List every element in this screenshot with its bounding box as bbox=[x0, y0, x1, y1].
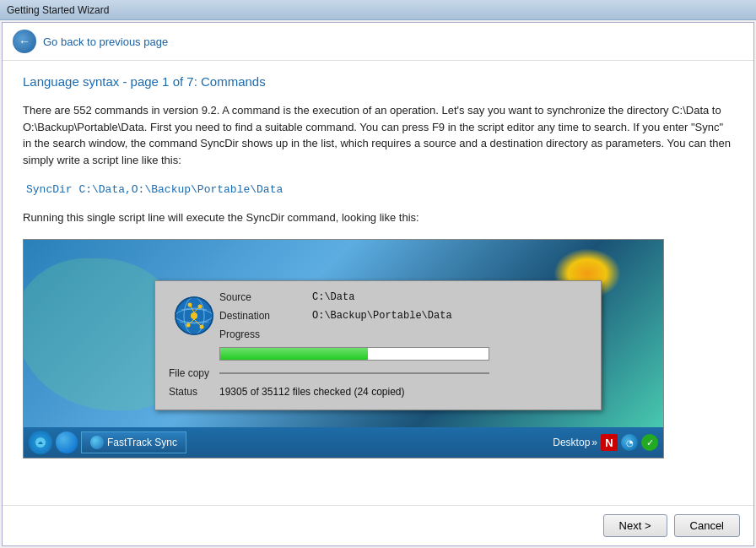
fasttrack-taskbar-button[interactable]: FastTrack Sync bbox=[81, 431, 186, 453]
notepad-icon: N bbox=[601, 434, 618, 451]
screenshot-container: Source C:\Data Destination O:\Backup\Por… bbox=[23, 239, 664, 458]
svg-point-10 bbox=[198, 305, 202, 309]
back-nav[interactable]: ← Go back to previous page bbox=[3, 23, 753, 61]
svg-point-9 bbox=[188, 303, 192, 307]
title-bar: Getting Started Wizard bbox=[0, 0, 756, 20]
dialog-globe-icon bbox=[169, 295, 219, 337]
fasttrack-label: FastTrack Sync bbox=[107, 437, 177, 448]
progress-bar-fill bbox=[220, 348, 368, 360]
system-tray: N ◔ ✓ bbox=[601, 434, 658, 451]
title-bar-label: Getting Started Wizard bbox=[7, 4, 109, 16]
check-icon: ✓ bbox=[641, 434, 658, 451]
svg-point-4 bbox=[191, 312, 197, 319]
destination-value: O:\Backup\Portable\Data bbox=[312, 310, 587, 322]
code-example: SyncDir C:\Data,O:\Backup\Portable\Data bbox=[23, 183, 733, 196]
file-copy-bar-container bbox=[219, 372, 489, 374]
progress-bar bbox=[219, 347, 489, 361]
progress-bar-container bbox=[219, 347, 489, 361]
status-value: 19305 of 35112 files checked (24 copied) bbox=[219, 386, 587, 398]
ie-icon[interactable] bbox=[56, 431, 78, 453]
content-area: Language syntax - page 1 of 7: Commands … bbox=[3, 61, 753, 505]
next-button[interactable]: Next > bbox=[603, 514, 667, 537]
svg-point-11 bbox=[186, 323, 191, 328]
taskbar: FastTrack Sync Desktop » N ◔ ✓ bbox=[24, 427, 663, 458]
file-copy-bar bbox=[219, 372, 489, 374]
main-window: ← Go back to previous page Language synt… bbox=[2, 22, 754, 546]
status-label: Status bbox=[169, 386, 219, 398]
svg-point-12 bbox=[200, 325, 204, 329]
progress-label: Progress bbox=[219, 328, 312, 340]
dialog-grid: Source C:\Data Destination O:\Backup\Por… bbox=[169, 291, 587, 398]
back-arrow-icon: ← bbox=[13, 30, 36, 53]
bottom-bar: Next > Cancel bbox=[3, 505, 753, 545]
source-value: C:\Data bbox=[312, 291, 587, 303]
back-label: Go back to previous page bbox=[43, 35, 168, 48]
file-copy-label: File copy bbox=[169, 367, 219, 379]
running-text: Running this single script line will exe… bbox=[23, 211, 733, 224]
description-text: There are 552 commands in version 9.2. A… bbox=[23, 102, 733, 168]
start-button[interactable] bbox=[29, 431, 52, 454]
desktop-label: Desktop » bbox=[553, 437, 597, 448]
wifi-icon: ◔ bbox=[621, 434, 638, 451]
destination-label: Destination bbox=[219, 310, 312, 322]
cancel-button[interactable]: Cancel bbox=[674, 514, 740, 537]
dialog-box: Source C:\Data Destination O:\Backup\Por… bbox=[154, 280, 602, 410]
source-label: Source bbox=[219, 291, 312, 303]
page-title: Language syntax - page 1 of 7: Commands bbox=[23, 74, 733, 89]
